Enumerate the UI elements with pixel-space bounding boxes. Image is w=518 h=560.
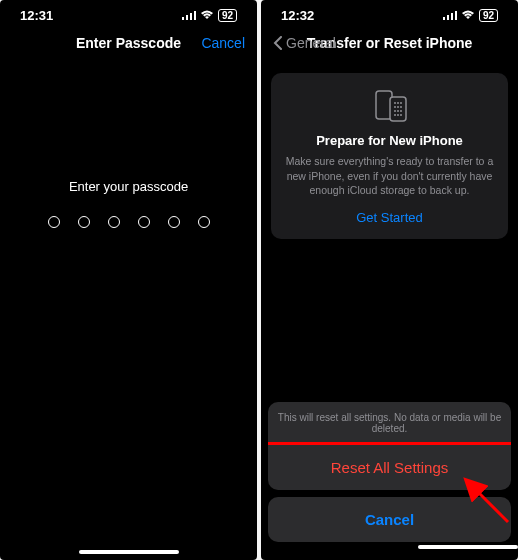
card-title: Prepare for New iPhone bbox=[283, 133, 496, 148]
svg-point-11 bbox=[397, 102, 399, 104]
status-time: 12:31 bbox=[20, 8, 53, 23]
passcode-prompt: Enter your passcode bbox=[69, 179, 188, 194]
passcode-dot bbox=[48, 216, 60, 228]
home-indicator[interactable] bbox=[418, 545, 518, 549]
status-right: 92 bbox=[182, 8, 237, 23]
status-right: 92 bbox=[443, 8, 498, 23]
page-title: Enter Passcode bbox=[76, 35, 181, 51]
svg-point-13 bbox=[394, 106, 396, 108]
battery-level: 92 bbox=[479, 9, 498, 22]
nav-bar: Enter Passcode Cancel bbox=[0, 27, 257, 59]
svg-rect-3 bbox=[194, 11, 196, 20]
get-started-button[interactable]: Get Started bbox=[283, 210, 496, 225]
svg-point-14 bbox=[397, 106, 399, 108]
svg-rect-7 bbox=[455, 11, 457, 20]
svg-point-21 bbox=[400, 114, 402, 116]
signal-icon bbox=[443, 8, 457, 23]
card-description: Make sure everything's ready to transfer… bbox=[283, 154, 496, 198]
svg-point-12 bbox=[400, 102, 402, 104]
reset-all-settings-button[interactable]: Reset All Settings bbox=[268, 445, 511, 490]
chevron-left-icon bbox=[273, 36, 283, 50]
passcode-dot bbox=[78, 216, 90, 228]
back-label: General bbox=[286, 35, 336, 51]
passcode-dot bbox=[168, 216, 180, 228]
svg-point-17 bbox=[397, 110, 399, 112]
status-bar: 12:32 92 bbox=[261, 0, 518, 27]
wifi-icon bbox=[461, 8, 475, 23]
home-indicator[interactable] bbox=[79, 550, 179, 554]
phones-icon bbox=[283, 89, 496, 123]
sheet-cancel-button[interactable]: Cancel bbox=[268, 497, 511, 542]
svg-rect-0 bbox=[182, 17, 184, 20]
passcode-dots[interactable] bbox=[48, 216, 210, 228]
phone-left-passcode: 12:31 92 Enter Passcode Cancel Enter you… bbox=[0, 0, 257, 560]
svg-point-16 bbox=[394, 110, 396, 112]
svg-rect-4 bbox=[443, 17, 445, 20]
svg-rect-6 bbox=[451, 13, 453, 20]
svg-rect-9 bbox=[390, 97, 406, 121]
wifi-icon bbox=[200, 8, 214, 23]
battery-level: 92 bbox=[218, 9, 237, 22]
svg-point-19 bbox=[394, 114, 396, 116]
nav-bar: General Transfer or Reset iPhone bbox=[261, 27, 518, 59]
svg-rect-1 bbox=[186, 15, 188, 20]
svg-rect-5 bbox=[447, 15, 449, 20]
action-sheet: This will reset all settings. No data or… bbox=[261, 402, 518, 560]
signal-icon bbox=[182, 8, 196, 23]
status-time: 12:32 bbox=[281, 8, 314, 23]
cancel-button[interactable]: Cancel bbox=[201, 35, 245, 51]
svg-point-10 bbox=[394, 102, 396, 104]
status-bar: 12:31 92 bbox=[0, 0, 257, 27]
passcode-dot bbox=[138, 216, 150, 228]
passcode-area: Enter your passcode bbox=[0, 179, 257, 228]
highlight-annotation: Reset All Settings bbox=[268, 442, 511, 490]
prepare-card: Prepare for New iPhone Make sure everyth… bbox=[271, 73, 508, 239]
passcode-dot bbox=[198, 216, 210, 228]
sheet-header: This will reset all settings. No data or… bbox=[268, 402, 511, 445]
back-button[interactable]: General bbox=[273, 35, 336, 51]
svg-rect-2 bbox=[190, 13, 192, 20]
passcode-dot bbox=[108, 216, 120, 228]
svg-point-20 bbox=[397, 114, 399, 116]
svg-point-18 bbox=[400, 110, 402, 112]
phone-right-reset: 12:32 92 General Transfer or Reset iPhon… bbox=[261, 0, 518, 560]
svg-point-15 bbox=[400, 106, 402, 108]
